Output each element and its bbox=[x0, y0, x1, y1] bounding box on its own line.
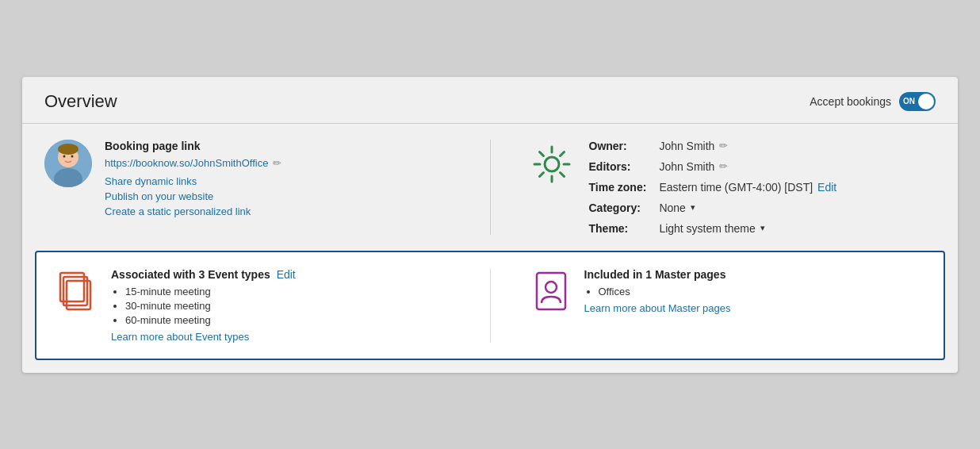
master-pages-col: Included in 1 Master pages Offices Learn… bbox=[530, 268, 922, 343]
bottom-divider bbox=[490, 268, 491, 343]
booking-info: Booking page link https://booknow.so/Joh… bbox=[105, 140, 281, 235]
event-types-content: Associated with 3 Event types Edit 15-mi… bbox=[111, 268, 296, 343]
svg-line-11 bbox=[539, 152, 543, 155]
owner-value: John Smith bbox=[659, 140, 714, 152]
theme-label: Theme: bbox=[589, 222, 647, 235]
static-personalized-link[interactable]: Create a static personalized link bbox=[105, 205, 281, 217]
accept-bookings-label: Accept bookings bbox=[810, 95, 891, 108]
avatar bbox=[44, 140, 92, 187]
timezone-label: Time zone: bbox=[589, 181, 647, 194]
editors-label: Editors: bbox=[589, 160, 647, 173]
event-type-item: 60-minute meeting bbox=[125, 314, 296, 326]
avatar-image bbox=[44, 140, 92, 187]
category-dropdown-icon[interactable]: ▾ bbox=[691, 202, 695, 213]
master-pages-title: Included in 1 Master pages bbox=[584, 268, 731, 281]
toggle-knob bbox=[918, 94, 934, 109]
top-section: Booking page link https://booknow.so/Joh… bbox=[22, 124, 958, 251]
booking-links: Share dynamic links Publish on your webs… bbox=[105, 175, 281, 217]
timezone-value-area: Eastern time (GMT-4:00) [DST] Edit bbox=[659, 181, 836, 194]
svg-line-13 bbox=[560, 152, 564, 155]
toggle-on-label: ON bbox=[903, 97, 915, 106]
info-grid: Owner: John Smith ✏ Editors: John Smith … bbox=[589, 140, 837, 235]
editors-edit-icon[interactable]: ✏ bbox=[719, 160, 728, 172]
master-pages-icon bbox=[530, 270, 572, 315]
overview-card: Overview Accept bookings ON bbox=[22, 77, 958, 373]
svg-rect-18 bbox=[537, 273, 565, 309]
event-types-col: Associated with 3 Event types Edit 15-mi… bbox=[59, 268, 450, 343]
booking-left-col: Booking page link https://booknow.so/Joh… bbox=[44, 140, 450, 235]
event-types-list: 15-minute meeting 30-minute meeting 60-m… bbox=[111, 286, 296, 326]
svg-point-4 bbox=[63, 155, 66, 157]
master-pages-content: Included in 1 Master pages Offices Learn… bbox=[584, 268, 731, 314]
settings-right-col: Owner: John Smith ✏ Editors: John Smith … bbox=[530, 140, 936, 235]
event-types-edit-link[interactable]: Edit bbox=[277, 268, 296, 281]
share-dynamic-links[interactable]: Share dynamic links bbox=[105, 175, 281, 187]
owner-value-area: John Smith ✏ bbox=[659, 140, 836, 152]
event-types-icon bbox=[59, 270, 98, 315]
booking-url-edit-icon[interactable]: ✏ bbox=[273, 157, 281, 169]
svg-point-19 bbox=[546, 282, 557, 293]
booking-page-label: Booking page link bbox=[105, 140, 281, 152]
svg-line-14 bbox=[539, 172, 543, 176]
event-type-item: 30-minute meeting bbox=[125, 300, 296, 312]
svg-point-5 bbox=[71, 155, 74, 157]
svg-point-6 bbox=[545, 157, 559, 171]
accept-bookings-toggle[interactable]: ON bbox=[899, 92, 936, 111]
page-title: Overview bbox=[44, 91, 117, 112]
publish-website[interactable]: Publish on your website bbox=[105, 190, 281, 202]
category-value-area: None ▾ bbox=[659, 201, 836, 214]
event-type-item: 15-minute meeting bbox=[125, 286, 296, 297]
booking-url[interactable]: https://booknow.so/JohnSmithOffice ✏ bbox=[105, 157, 281, 169]
theme-value-area: Light system theme ▾ bbox=[659, 222, 836, 235]
master-pages-list: Offices bbox=[584, 286, 731, 297]
category-value: None bbox=[659, 201, 685, 214]
category-label: Category: bbox=[589, 201, 647, 214]
learn-more-event-types[interactable]: Learn more about Event types bbox=[111, 331, 296, 343]
svg-line-12 bbox=[560, 172, 564, 176]
svg-point-3 bbox=[58, 144, 78, 155]
event-types-title: Associated with 3 Event types Edit bbox=[111, 268, 296, 281]
accept-bookings-area: Accept bookings ON bbox=[810, 92, 936, 111]
section-divider bbox=[490, 140, 491, 235]
timezone-edit-link[interactable]: Edit bbox=[817, 181, 836, 194]
card-header: Overview Accept bookings ON bbox=[22, 77, 958, 124]
theme-value: Light system theme bbox=[659, 222, 755, 235]
gear-icon bbox=[530, 143, 573, 188]
editors-value-area: John Smith ✏ bbox=[659, 160, 836, 173]
owner-edit-icon[interactable]: ✏ bbox=[719, 140, 728, 152]
learn-more-master-pages[interactable]: Learn more about Master pages bbox=[584, 302, 731, 314]
timezone-value: Eastern time (GMT-4:00) [DST] bbox=[659, 181, 813, 194]
bottom-section: Associated with 3 Event types Edit 15-mi… bbox=[35, 251, 945, 360]
editors-value: John Smith bbox=[659, 160, 714, 173]
theme-dropdown-icon[interactable]: ▾ bbox=[760, 223, 765, 233]
master-page-item: Offices bbox=[599, 286, 731, 297]
owner-label: Owner: bbox=[589, 140, 647, 152]
